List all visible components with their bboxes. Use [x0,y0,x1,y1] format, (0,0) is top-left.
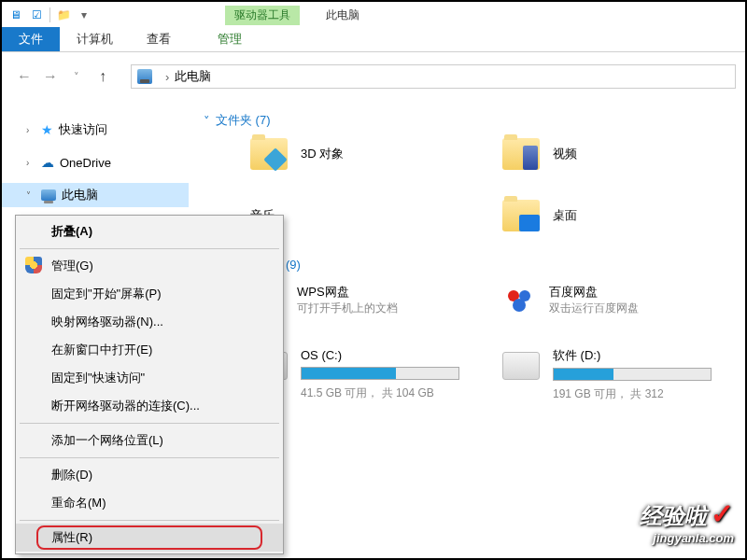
tab-view[interactable]: 查看 [130,27,188,51]
this-pc-icon [137,69,152,84]
item-subtext: 可打开手机上的文档 [297,301,398,315]
address-bar[interactable]: › 此电脑 [131,64,736,89]
ribbon-tabs: 文件 计算机 查看 管理 [2,28,745,52]
chevron-down-icon: ˅ [204,114,210,128]
tab-computer[interactable]: 计算机 [60,27,130,51]
drive-usage-bar [301,367,459,380]
ctx-add-network-location[interactable]: 添加一个网络位置(L) [16,427,283,455]
ctx-rename[interactable]: 重命名(M) [16,489,283,517]
item-subtext: 双击运行百度网盘 [549,301,639,315]
separator [20,423,279,424]
folder-music[interactable]: 音乐 [250,200,493,231]
separator [49,7,50,22]
ctx-properties[interactable]: 属性(R) [16,524,283,552]
drive-free-text: 41.5 GB 可用， 共 104 GB [301,386,434,399]
folder-icon[interactable]: 📁 [53,5,74,25]
drive-free-text: 191 GB 可用， 共 312 [553,387,664,400]
section-header-devices[interactable]: (9) [286,258,745,272]
nav-back-icon[interactable]: ← [11,63,37,90]
item-wps[interactable]: WPS网盘 可打开手机上的文档 [250,283,493,316]
checkbox-icon[interactable]: ☑ [26,5,47,25]
tab-manage[interactable]: 管理 [201,27,259,51]
shield-icon [25,257,42,273]
app-grid: WPS网盘 可打开手机上的文档 百度网盘 双击运行百度网盘 OS (C:) [250,283,745,402]
nav-up-icon[interactable]: ↑ [90,63,116,90]
section-count: (9) [286,258,301,272]
drive-label: 软件 (D:) [553,348,600,362]
chevron-down-icon[interactable]: ˅ [26,190,35,201]
folder-videos[interactable]: 视频 [502,138,745,170]
chevron-right-icon[interactable]: › [26,158,35,168]
ctx-label: 管理(G) [51,259,93,273]
nav-bar: ← → ˅ ↑ › 此电脑 [2,60,745,93]
chevron-right-icon[interactable]: › [26,125,35,135]
folder-label: 桌面 [553,207,577,224]
ctx-pin-quick[interactable]: 固定到"快速访问" [16,364,283,392]
drive-usage-bar [553,368,712,381]
tree-label: 此电脑 [62,187,98,203]
folder-label: 视频 [553,146,577,162]
star-icon: ★ [41,122,53,137]
folder-label: 3D 对象 [301,146,344,162]
separator [20,457,279,458]
monitor-icon [41,189,56,201]
drive-label: OS (C:) [301,348,342,362]
ctx-manage[interactable]: 管理(G) [16,252,283,280]
drive-d[interactable]: 软件 (D:) 191 GB 可用， 共 312 [502,346,745,402]
baidu-icon [502,283,536,316]
watermark: 经验啦✓ jingyanla.com [640,497,734,545]
watermark-text: 经验啦 [640,503,707,528]
section-title: 文件夹 (7) [216,112,271,129]
item-label: 百度网盘 [549,284,639,301]
nav-forward-icon: → [37,63,63,90]
folder-icon [502,138,540,170]
separator [20,248,279,249]
drive-icon [502,352,540,380]
folder-3d-objects[interactable]: 3D 对象 [250,138,493,170]
folder-grid: 3D 对象 视频 音乐 桌面 [250,138,745,231]
nav-recent-dropdown-icon[interactable]: ˅ [63,63,90,90]
ctx-open-new-window[interactable]: 在新窗口中打开(E) [16,336,283,364]
ctx-delete[interactable]: 删除(D) [16,461,283,489]
watermark-url: jingyanla.com [640,531,734,545]
tree-this-pc[interactable]: ˅ 此电脑 [2,183,189,207]
ctx-label: 属性(R) [51,530,92,544]
drive-tools-tab[interactable]: 驱动器工具 [225,6,300,25]
ctx-disconnect[interactable]: 断开网络驱动器的连接(C)... [16,392,283,420]
tree-quick-access[interactable]: › ★ 快速访问 [2,118,189,142]
address-location: 此电脑 [175,68,211,85]
titlebar: 🖥 ☑ 📁 ▾ 驱动器工具 此电脑 [2,2,745,28]
ctx-pin-start[interactable]: 固定到"开始"屏幕(P) [16,280,283,308]
cloud-icon: ☁ [41,155,54,170]
check-icon: ✓ [711,498,734,529]
tab-file[interactable]: 文件 [2,27,60,51]
qat-dropdown-icon[interactable]: ▾ [74,5,94,25]
folder-desktop[interactable]: 桌面 [502,200,745,231]
monitor-icon: 🖥 [6,5,26,25]
ctx-collapse[interactable]: 折叠(A) [16,217,283,245]
separator [20,520,279,521]
tree-label: OneDrive [60,156,111,170]
svg-point-2 [513,299,526,312]
ctx-map-drive[interactable]: 映射网络驱动器(N)... [16,308,283,336]
item-label: WPS网盘 [297,284,398,301]
context-menu: 折叠(A) 管理(G) 固定到"开始"屏幕(P) 映射网络驱动器(N)... 在… [15,215,284,554]
item-baidu[interactable]: 百度网盘 双击运行百度网盘 [502,283,745,316]
section-header-folders[interactable]: ˅ 文件夹 (7) [204,112,745,129]
folder-icon [250,138,288,170]
tree-onedrive[interactable]: › ☁ OneDrive [2,151,189,174]
tree-label: 快速访问 [59,121,107,138]
folder-icon [502,200,540,231]
chevron-right-icon[interactable]: › [165,70,169,84]
drive-c[interactable]: OS (C:) 41.5 GB 可用， 共 104 GB [250,346,493,402]
window-title: 此电脑 [326,7,359,23]
